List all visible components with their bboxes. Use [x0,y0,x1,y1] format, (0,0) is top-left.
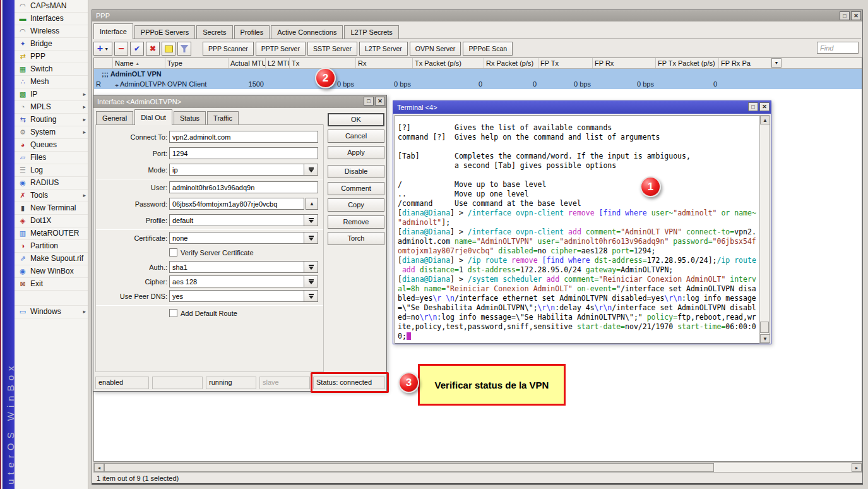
column-header-rx[interactable]: Rx [356,58,413,68]
field-input-cipher[interactable] [169,275,304,287]
column-header-rx-packet-p-s[interactable]: Rx Packet (p/s) [484,58,538,68]
scroll-up-icon[interactable]: ▲ [760,116,770,124]
column-header-name[interactable]: Name▲ [113,58,165,68]
maximize-icon[interactable]: □ [840,11,850,20]
sidebar-item-ppp[interactable]: ⇄PPP [15,51,88,63]
sidebar-item-capsman[interactable]: ◠CAPsMAN [15,0,88,13]
sidebar-item-exit[interactable]: ⊠Exit [15,278,88,291]
disable-button[interactable]: Disable [328,165,384,178]
column-header-fp-rx-pa[interactable]: FP Rx Pa [719,58,771,68]
toolbar-button-sstp-server[interactable]: SSTP Server [307,42,357,56]
toolbar-button-ovpn-server[interactable]: OVPN Server [410,42,461,56]
tab-interface[interactable]: Interface [93,23,133,39]
sidebar-item-radius[interactable]: ◉RADIUS [15,177,88,190]
torch-button[interactable]: Torch [328,232,384,245]
sidebar-item-log[interactable]: ☰Log [15,164,88,177]
terminal-content[interactable]: [?] Gives the list of available commands… [395,115,761,344]
dialog-tab-dial-out[interactable]: Dial Out [134,109,172,125]
horizontal-scrollbar[interactable]: ◂ ▸ [93,462,862,473]
sidebar-item-make-supout-rif[interactable]: ⇗Make Supout.rif [15,253,88,265]
ok-button[interactable]: OK [328,113,384,126]
sidebar-item-dot1x[interactable]: ◈Dot1X [15,215,88,227]
dialog-titlebar[interactable]: Interface <AdminOLTVPN> □ ✕ [93,95,386,108]
toolbar-button-pptp-server[interactable]: PPTP Server [256,42,306,56]
cancel-button[interactable]: Cancel [328,130,384,143]
sidebar-item-mesh[interactable]: ∴Mesh [15,76,88,88]
column-header-tx-packet-p-s[interactable]: Tx Packet (p/s) [413,58,484,68]
scroll-right-icon[interactable]: ▸ [852,463,862,472]
scrollbar-track[interactable] [714,463,852,472]
tab-pppoe-servers[interactable]: PPPoE Servers [134,25,195,39]
scrollbar-thumb[interactable] [760,322,769,333]
apply-button[interactable]: Apply [328,146,384,159]
enable-button[interactable]: ✔ [130,42,144,56]
sidebar-item-partition[interactable]: ◑Partition [15,240,88,253]
column-header-actual-mtu[interactable]: Actual MTU [229,58,266,68]
column-header-fp-tx-packet-p-s[interactable]: FP Tx Packet (p/s) [656,58,719,68]
maximize-icon[interactable]: □ [748,102,758,111]
field-input-port[interactable] [169,147,318,159]
field-input-use-peer-dns[interactable] [169,290,304,302]
dropdown-button-certificate[interactable] [304,232,318,244]
field-input-user[interactable] [169,181,318,193]
dialog-tab-general[interactable]: General [96,111,133,125]
sidebar-item-wireless[interactable]: ◠Wireless [15,25,88,38]
checkbox-add-default-route[interactable]: Add Default Route [169,309,237,317]
close-icon[interactable]: ✕ [759,102,770,111]
dropdown-button-use-peer-dns[interactable] [304,290,318,302]
sidebar-item-windows[interactable]: ▭Windows▸ [15,306,88,318]
sidebar-item-routing[interactable]: ⇆Routing▸ [15,114,88,126]
dropdown-button-cipher[interactable] [304,275,318,287]
column-header-fp-rx[interactable]: FP Rx [593,58,656,68]
sidebar-item-interfaces[interactable]: ▬Interfaces [15,13,88,25]
dropdown-button-auth[interactable] [304,261,318,273]
field-input-auth[interactable] [169,261,304,273]
column-header-tx[interactable]: Tx [290,58,356,68]
close-icon[interactable]: ✕ [851,11,861,20]
dropdown-button-profile[interactable] [304,214,318,226]
close-icon[interactable]: ✕ [375,97,385,106]
sidebar-item-mpls[interactable]: ◔MPLS▸ [15,101,88,114]
tab-active-connections[interactable]: Active Connections [271,25,343,39]
field-input-certificate[interactable] [169,232,304,244]
maximize-icon[interactable]: □ [364,97,374,106]
sidebar-item-metarouter[interactable]: ▥MetaROUTER [15,227,88,240]
column-header-type[interactable]: Type [165,58,229,68]
field-input-connect-to[interactable] [169,131,318,143]
sidebar-item-tools[interactable]: ✗Tools▸ [15,190,88,202]
checkbox-box[interactable] [169,309,177,317]
column-header-flags[interactable] [94,58,113,68]
dialog-tab-status[interactable]: Status [174,111,206,125]
sidebar-item-files[interactable]: ▱Files [15,152,88,164]
copy-button[interactable]: Copy [328,198,384,212]
column-select-icon[interactable]: ▼ [771,58,782,68]
tab-l2tp-secrets[interactable]: L2TP Secrets [344,25,398,39]
dropdown-button-mode[interactable] [304,164,318,176]
sidebar-item-ip[interactable]: ▩IP▸ [15,88,88,101]
add-button[interactable]: +▼ [93,42,112,56]
field-input-mode[interactable] [169,164,304,176]
terminal-titlebar[interactable]: Terminal <4> □ ✕ [393,101,771,114]
scroll-left-icon[interactable]: ◂ [94,463,104,472]
find-input[interactable] [817,42,859,54]
scrollbar-thumb[interactable] [104,463,714,472]
remove-button[interactable]: Remove [328,215,384,229]
column-header-fp-tx[interactable]: FP Tx [538,58,593,68]
toolbar-button-pppoe-scan[interactable]: PPPoE Scan [463,42,513,56]
terminal-scrollbar[interactable]: ▲ ▼ [759,115,770,344]
ppp-titlebar[interactable]: PPP □ ✕ [92,10,862,21]
checkbox-verify-server-certificate[interactable]: Verify Server Certificate [169,248,254,257]
password-up-button[interactable]: ▲ [306,198,318,210]
toolbar-button-ppp-scanner[interactable]: PPP Scanner [203,42,254,56]
disable-button[interactable]: ✖ [146,42,160,56]
sidebar-item-bridge[interactable]: ✦Bridge [15,38,88,51]
dialog-tab-traffic[interactable]: Traffic [207,111,239,125]
tab-profiles[interactable]: Profiles [234,25,270,39]
column-header-l2-mtu[interactable]: L2 MTU [266,58,290,68]
sidebar-item-system[interactable]: ⚙System▸ [15,126,88,139]
comment-button[interactable] [162,42,175,56]
sidebar-item-new-winbox[interactable]: ◉New WinBox [15,265,88,278]
checkbox-box[interactable] [169,248,177,257]
table-row[interactable]: R◂▸AdminOLTVPNOVPN Client15000 bps0 bps0… [94,79,862,89]
sidebar-item-switch[interactable]: ▦Switch [15,63,88,76]
